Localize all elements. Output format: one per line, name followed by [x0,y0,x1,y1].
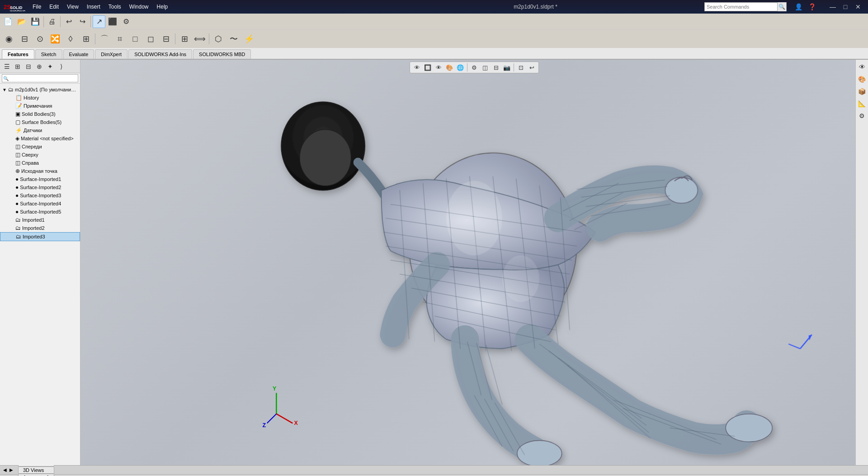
scroll-right-button[interactable]: ▶ [8,467,14,472]
menu-item-edit[interactable]: Edit [46,3,62,11]
fillet-button[interactable]: ⌒ [97,32,112,46]
boundary-button[interactable]: ⊞ [79,32,93,46]
options-button[interactable]: ⚙ [120,15,132,28]
rt-settings-button[interactable]: ⚙ [857,110,868,121]
zoom-to-fit-button[interactable]: ⊡ [516,63,526,72]
new-button[interactable]: 📄 [2,15,14,28]
tree-item-root[interactable]: ▼🗂m2p1d0v1 (По умолчанию<<По умолча [0,86,80,94]
view-setting-button[interactable]: ⚙ [469,63,479,72]
camera-button[interactable]: 📷 [502,63,512,72]
chamfer-button[interactable]: ⌗ [113,32,127,46]
tree-item-origin[interactable]: ⊕Исходная точка [0,167,80,175]
close-button[interactable]: ✕ [852,2,864,11]
apply-scene-button[interactable]: 🌐 [455,63,465,72]
tree-expand-origin[interactable] [9,168,14,174]
tab-dimxpert[interactable]: DimXpert [95,49,127,59]
user-icon[interactable]: 👤 [792,0,805,13]
rt-model-button[interactable]: 📦 [857,86,868,97]
hide-show-button[interactable]: 👁 [434,63,443,72]
menu-item-insert[interactable]: Insert [83,3,104,11]
tree-expand-right[interactable] [9,160,14,166]
scroll-left-button[interactable]: ◀ [2,467,8,472]
tree-item-si1[interactable]: ●Surface-Imported1 [0,175,80,183]
config-manager-tab[interactable]: ⊟ [24,62,33,71]
filter-input[interactable] [2,74,78,82]
mirror-button[interactable]: ⟺ [193,32,207,46]
edit-appear-button[interactable]: 🎨 [444,63,454,72]
menu-item-file[interactable]: File [29,3,45,11]
3d-viewport[interactable]: 👁 🔲 👁 🎨 🌐 ⚙ ◫ ⊟ 📷 ⊡ ↩ [80,60,868,465]
property-manager-tab[interactable]: ⊞ [13,62,23,71]
revolve-button[interactable]: ⊙ [33,32,47,46]
tree-expand-si1[interactable] [9,176,14,182]
rib-button[interactable]: ⊟ [159,32,173,46]
tree-item-right[interactable]: ◫Справа [0,159,80,167]
tree-item-si3[interactable]: ●Surface-Imported3 [0,191,80,200]
tree-expand-front[interactable] [9,144,14,149]
zoom-button[interactable]: ⬛ [106,15,119,28]
tree-expand-history[interactable] [9,95,14,100]
tree-expand-imp1[interactable] [9,217,14,223]
undo-button[interactable]: ↩ [62,15,75,28]
tree-item-history[interactable]: 📋History [0,94,80,102]
open-button[interactable]: 📂 [15,15,28,28]
search-box[interactable]: 🔍 [704,2,787,11]
redo-button[interactable]: ↪ [76,15,89,28]
display-style-button[interactable]: 🔲 [423,63,433,72]
tree-item-notes[interactable]: 📝Примечания [0,102,80,110]
curves-button[interactable]: 〜 [226,32,241,46]
rt-measure-button[interactable]: 📐 [857,98,868,109]
prev-view-button[interactable]: ↩ [527,63,537,72]
tree-expand-si2[interactable] [9,185,14,190]
tree-expand-imp3[interactable] [9,234,15,239]
tree-item-si2[interactable]: ●Surface-Imported2 [0,183,80,191]
display-manager-tab[interactable]: ✦ [45,62,55,71]
tree-item-solid-bodies[interactable]: ▣Solid Bodies(3) [0,110,80,118]
select-button[interactable]: ↗ [93,15,105,28]
help-icon[interactable]: ❓ [806,0,818,13]
tree-expand-notes[interactable] [9,103,14,109]
tree-item-top[interactable]: ◫Сверху [0,151,80,159]
dimxpert-manager-tab[interactable]: ⊕ [34,62,44,71]
tree-item-imp2[interactable]: 🗂Imported2 [0,224,80,232]
tree-expand-si5[interactable] [9,209,14,214]
tree-expand-material[interactable] [9,136,14,141]
rt-view-button[interactable]: 👁 [857,62,868,72]
shell-button[interactable]: □ [128,32,142,46]
tab-solidworks-mbd[interactable]: SOLIDWORKS MBD [193,49,251,59]
ref-geom-button[interactable]: ⬡ [211,32,226,46]
search-icon[interactable]: 🔍 [777,2,786,11]
tree-item-material[interactable]: ◈Material <not specified> [0,134,80,143]
maximize-button[interactable]: □ [839,2,852,11]
instant3d-button[interactable]: ⚡ [242,32,256,46]
extrude-cut-button[interactable]: ⊟ [17,32,32,46]
tree-expand-si3[interactable] [9,193,14,198]
tree-item-imp3[interactable]: 🗂Imported3 [0,232,80,241]
tree-item-si5[interactable]: ●Surface-Imported5 [0,208,80,216]
pattern-button[interactable]: ⊞ [177,32,192,46]
extrude-button[interactable]: ◉ [2,32,16,46]
section-view-button[interactable]: ⊟ [491,63,501,72]
view-orient-button[interactable]: 👁 [412,63,422,72]
tab-solidworks-add-ins[interactable]: SOLIDWORKS Add-Ins [128,49,192,59]
tree-item-front[interactable]: ◫Спереди [0,143,80,151]
tree-expand-si4[interactable] [9,201,14,206]
tab-evaluate[interactable]: Evaluate [63,49,94,59]
loft-button[interactable]: ◊ [63,32,78,46]
menu-item-window[interactable]: Window [126,3,152,11]
tree-expand-imp2[interactable] [9,225,14,231]
tree-item-surface-bodies[interactable]: ▢Surface Bodies(5) [0,118,80,126]
tree-item-sensors[interactable]: ⚡Датчики [0,126,80,134]
rt-display-button[interactable]: 🎨 [857,74,868,85]
feature-manager-tab[interactable]: ☰ [2,62,12,71]
bottom-tab-3d-views[interactable]: 3D Views [18,466,54,474]
draft-button[interactable]: ◻ [143,32,158,46]
print-button[interactable]: 🖨 [46,15,58,28]
tree-expand-root[interactable]: ▼ [2,87,7,92]
tree-expand-top[interactable] [9,152,14,157]
tree-item-si4[interactable]: ●Surface-Imported4 [0,200,80,208]
menu-item-view[interactable]: View [63,3,82,11]
search-input[interactable] [705,4,777,10]
menu-item-tools[interactable]: Tools [105,3,125,11]
tree-expand-solid-bodies[interactable] [9,111,14,117]
